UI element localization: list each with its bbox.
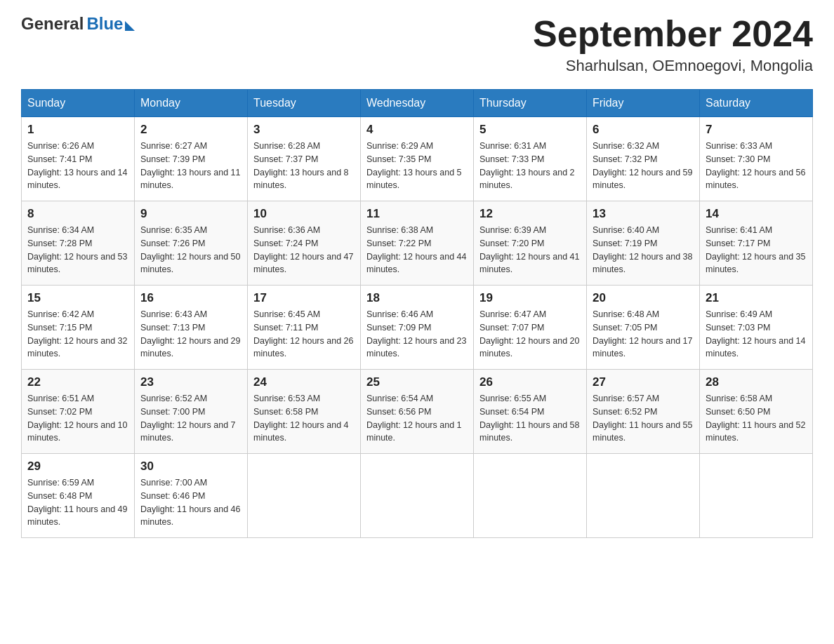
day-info: Sunrise: 7:00 AMSunset: 6:46 PMDaylight:… <box>140 476 241 529</box>
day-info: Sunrise: 6:31 AMSunset: 7:33 PMDaylight:… <box>479 140 581 192</box>
table-row: 28Sunrise: 6:58 AMSunset: 6:50 PMDayligh… <box>700 370 813 454</box>
table-row: 1Sunrise: 6:26 AMSunset: 7:41 PMDaylight… <box>22 117 135 201</box>
logo-blue-text: Blue <box>86 14 123 34</box>
day-number: 10 <box>253 207 355 221</box>
table-row: 9Sunrise: 6:35 AMSunset: 7:26 PMDaylight… <box>135 201 248 286</box>
calendar-week-row: 15Sunrise: 6:42 AMSunset: 7:15 PMDayligh… <box>22 286 813 370</box>
day-info: Sunrise: 6:48 AMSunset: 7:05 PMDaylight:… <box>593 308 694 361</box>
day-info: Sunrise: 6:26 AMSunset: 7:41 PMDaylight:… <box>27 140 128 192</box>
calendar-header-row: Sunday Monday Tuesday Wednesday Thursday… <box>22 90 813 117</box>
day-info: Sunrise: 6:29 AMSunset: 7:35 PMDaylight:… <box>366 140 468 192</box>
table-row <box>474 454 587 538</box>
day-number: 27 <box>593 375 694 389</box>
table-row: 15Sunrise: 6:42 AMSunset: 7:15 PMDayligh… <box>22 286 135 370</box>
day-number: 14 <box>706 207 807 221</box>
day-info: Sunrise: 6:43 AMSunset: 7:13 PMDaylight:… <box>140 308 241 361</box>
table-row: 17Sunrise: 6:45 AMSunset: 7:11 PMDayligh… <box>248 286 361 370</box>
day-info: Sunrise: 6:34 AMSunset: 7:28 PMDaylight:… <box>27 224 128 276</box>
day-info: Sunrise: 6:38 AMSunset: 7:22 PMDaylight:… <box>366 224 468 276</box>
day-number: 8 <box>27 207 128 221</box>
table-row: 27Sunrise: 6:57 AMSunset: 6:52 PMDayligh… <box>587 370 700 454</box>
day-number: 6 <box>593 123 694 137</box>
table-row: 11Sunrise: 6:38 AMSunset: 7:22 PMDayligh… <box>361 201 474 286</box>
table-row: 13Sunrise: 6:40 AMSunset: 7:19 PMDayligh… <box>587 201 700 286</box>
calendar-subtitle: Sharhulsan, OEmnoegovi, Mongolia <box>533 57 813 75</box>
table-row: 24Sunrise: 6:53 AMSunset: 6:58 PMDayligh… <box>248 370 361 454</box>
table-row: 3Sunrise: 6:28 AMSunset: 7:37 PMDaylight… <box>248 117 361 201</box>
day-info: Sunrise: 6:36 AMSunset: 7:24 PMDaylight:… <box>253 224 355 276</box>
day-number: 23 <box>140 375 241 389</box>
day-info: Sunrise: 6:59 AMSunset: 6:48 PMDaylight:… <box>27 476 128 529</box>
calendar-title: September 2024 <box>533 14 813 54</box>
header-thursday: Thursday <box>474 90 587 117</box>
table-row: 30Sunrise: 7:00 AMSunset: 6:46 PMDayligh… <box>135 454 248 538</box>
table-row: 14Sunrise: 6:41 AMSunset: 7:17 PMDayligh… <box>700 201 813 286</box>
day-number: 29 <box>27 459 128 474</box>
day-info: Sunrise: 6:49 AMSunset: 7:03 PMDaylight:… <box>706 308 807 361</box>
header-tuesday: Tuesday <box>248 90 361 117</box>
table-row: 20Sunrise: 6:48 AMSunset: 7:05 PMDayligh… <box>587 286 700 370</box>
table-row: 25Sunrise: 6:54 AMSunset: 6:56 PMDayligh… <box>361 370 474 454</box>
day-info: Sunrise: 6:51 AMSunset: 7:02 PMDaylight:… <box>27 392 128 445</box>
day-number: 20 <box>593 291 694 305</box>
day-number: 2 <box>140 123 241 137</box>
table-row <box>587 454 700 538</box>
day-info: Sunrise: 6:39 AMSunset: 7:20 PMDaylight:… <box>479 224 581 276</box>
table-row: 23Sunrise: 6:52 AMSunset: 7:00 PMDayligh… <box>135 370 248 454</box>
day-number: 24 <box>253 375 355 389</box>
table-row: 6Sunrise: 6:32 AMSunset: 7:32 PMDaylight… <box>587 117 700 201</box>
day-number: 28 <box>706 375 807 389</box>
day-info: Sunrise: 6:33 AMSunset: 7:30 PMDaylight:… <box>706 140 807 192</box>
day-info: Sunrise: 6:53 AMSunset: 6:58 PMDaylight:… <box>253 392 355 445</box>
title-section: September 2024 Sharhulsan, OEmnoegovi, M… <box>533 14 813 75</box>
day-number: 18 <box>366 291 468 305</box>
day-number: 7 <box>706 123 807 137</box>
header-sunday: Sunday <box>22 90 135 117</box>
table-row: 22Sunrise: 6:51 AMSunset: 7:02 PMDayligh… <box>22 370 135 454</box>
day-info: Sunrise: 6:41 AMSunset: 7:17 PMDaylight:… <box>706 224 807 276</box>
calendar-week-row: 1Sunrise: 6:26 AMSunset: 7:41 PMDaylight… <box>22 117 813 201</box>
day-number: 21 <box>706 291 807 305</box>
table-row: 16Sunrise: 6:43 AMSunset: 7:13 PMDayligh… <box>135 286 248 370</box>
header-monday: Monday <box>135 90 248 117</box>
day-info: Sunrise: 6:32 AMSunset: 7:32 PMDaylight:… <box>593 140 694 192</box>
day-number: 26 <box>479 375 581 389</box>
table-row: 18Sunrise: 6:46 AMSunset: 7:09 PMDayligh… <box>361 286 474 370</box>
day-info: Sunrise: 6:28 AMSunset: 7:37 PMDaylight:… <box>253 140 355 192</box>
header: General Blue September 2024 Sharhulsan, … <box>21 14 813 75</box>
table-row: 7Sunrise: 6:33 AMSunset: 7:30 PMDaylight… <box>700 117 813 201</box>
table-row: 8Sunrise: 6:34 AMSunset: 7:28 PMDaylight… <box>22 201 135 286</box>
table-row <box>248 454 361 538</box>
day-number: 9 <box>140 207 241 221</box>
day-info: Sunrise: 6:52 AMSunset: 7:00 PMDaylight:… <box>140 392 241 445</box>
header-saturday: Saturday <box>700 90 813 117</box>
day-number: 30 <box>140 459 241 474</box>
table-row: 4Sunrise: 6:29 AMSunset: 7:35 PMDaylight… <box>361 117 474 201</box>
table-row: 10Sunrise: 6:36 AMSunset: 7:24 PMDayligh… <box>248 201 361 286</box>
day-number: 4 <box>366 123 468 137</box>
day-number: 5 <box>479 123 581 137</box>
day-info: Sunrise: 6:27 AMSunset: 7:39 PMDaylight:… <box>140 140 241 192</box>
day-number: 19 <box>479 291 581 305</box>
day-number: 11 <box>366 207 468 221</box>
day-number: 22 <box>27 375 128 389</box>
table-row: 12Sunrise: 6:39 AMSunset: 7:20 PMDayligh… <box>474 201 587 286</box>
header-friday: Friday <box>587 90 700 117</box>
day-info: Sunrise: 6:42 AMSunset: 7:15 PMDaylight:… <box>27 308 128 361</box>
table-row: 26Sunrise: 6:55 AMSunset: 6:54 PMDayligh… <box>474 370 587 454</box>
table-row: 29Sunrise: 6:59 AMSunset: 6:48 PMDayligh… <box>22 454 135 538</box>
table-row: 5Sunrise: 6:31 AMSunset: 7:33 PMDaylight… <box>474 117 587 201</box>
day-info: Sunrise: 6:47 AMSunset: 7:07 PMDaylight:… <box>479 308 581 361</box>
day-info: Sunrise: 6:35 AMSunset: 7:26 PMDaylight:… <box>140 224 241 276</box>
table-row: 2Sunrise: 6:27 AMSunset: 7:39 PMDaylight… <box>135 117 248 201</box>
day-number: 16 <box>140 291 241 305</box>
calendar-week-row: 29Sunrise: 6:59 AMSunset: 6:48 PMDayligh… <box>22 454 813 538</box>
day-info: Sunrise: 6:46 AMSunset: 7:09 PMDaylight:… <box>366 308 468 361</box>
table-row: 19Sunrise: 6:47 AMSunset: 7:07 PMDayligh… <box>474 286 587 370</box>
day-number: 13 <box>593 207 694 221</box>
day-info: Sunrise: 6:54 AMSunset: 6:56 PMDaylight:… <box>366 392 468 445</box>
calendar-week-row: 22Sunrise: 6:51 AMSunset: 7:02 PMDayligh… <box>22 370 813 454</box>
logo-arrow-icon <box>125 21 135 31</box>
table-row <box>700 454 813 538</box>
day-number: 3 <box>253 123 355 137</box>
